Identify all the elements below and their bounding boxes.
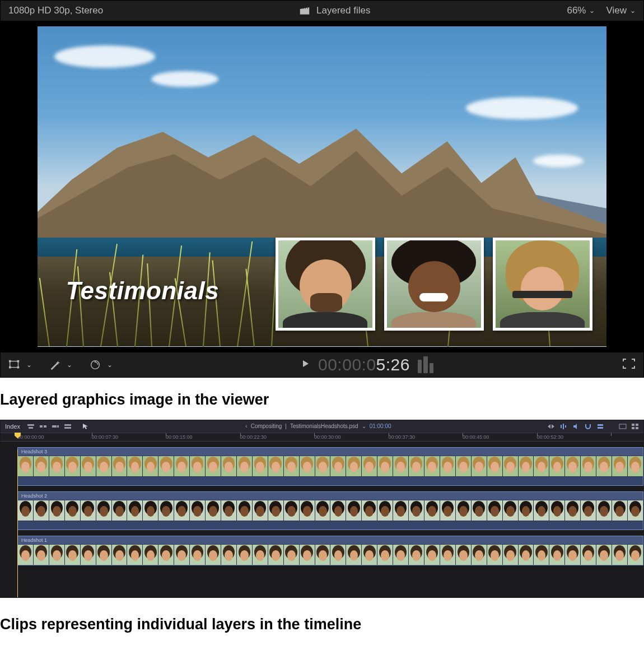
filmstrip-frame [206, 500, 221, 521]
breadcrumb-file: TestimonialsHeadshots.psd [290, 423, 358, 429]
filmstrip-frame [596, 456, 612, 476]
ruler-label: 00:00:07:30 [92, 434, 119, 440]
filmstrip-frame [143, 500, 158, 521]
track-label: Headshot 3 [18, 448, 643, 456]
solo-icon[interactable] [572, 423, 580, 430]
timeline-clip[interactable]: Headshot 2 [17, 491, 643, 530]
timeline-track: Headshot 1 [17, 536, 643, 565]
viewer-canvas-wrap: Testimonials [1, 21, 643, 352]
viewer-top-bar: 1080p HD 30p, Stereo Layered files 66%⌄ … [1, 1, 643, 21]
filmstrip-frame [534, 500, 549, 521]
svg-rect-23 [636, 427, 638, 429]
filmstrip-frame [206, 545, 221, 565]
filmstrip-frame [96, 545, 112, 565]
cloud-decor [151, 71, 218, 87]
svg-rect-6 [27, 424, 34, 426]
timeline-clip[interactable]: Headshot 3 [17, 447, 643, 486]
filmstrip-frame [34, 500, 49, 521]
overwrite-clip-icon[interactable] [64, 423, 72, 430]
playhead-line[interactable] [17, 449, 18, 597]
enhance-tool-dropdown[interactable]: ⌄ [49, 359, 72, 371]
filmstrip-frame [49, 456, 65, 476]
snapping-icon[interactable] [584, 423, 592, 430]
headshots-row [276, 238, 592, 331]
filmstrip-frame [628, 456, 643, 476]
filmstrip-frame [315, 500, 331, 521]
fullscreen-button[interactable] [622, 358, 636, 372]
filmstrip-frame [221, 456, 237, 476]
filmstrip-frame [409, 545, 424, 565]
filmstrip-frame [81, 545, 96, 565]
filmstrip-frame [284, 545, 300, 565]
chevron-down-icon: ⌄ [362, 423, 366, 429]
filmstrip-frame [190, 456, 206, 476]
filmstrip-frame [519, 545, 534, 565]
timeline-breadcrumb[interactable]: ‹ Compositing | TestimonialsHeadshots.ps… [96, 423, 540, 429]
filmstrip-frame [456, 500, 472, 521]
filmstrip-frame [237, 545, 253, 565]
append-clip-icon[interactable] [52, 423, 59, 430]
zoom-dropdown[interactable]: 66%⌄ [567, 5, 595, 16]
svg-rect-0 [10, 361, 18, 367]
filmstrip-frame [300, 500, 315, 521]
svg-rect-19 [619, 424, 626, 429]
ruler-label: 00:00:00:00 [17, 434, 44, 440]
filmstrip-frame [393, 456, 409, 476]
filmstrip-frame [127, 545, 143, 565]
select-tool-dropdown[interactable] [82, 423, 90, 430]
filmstrip-frame [96, 456, 112, 476]
view-dropdown[interactable]: View⌄ [606, 5, 636, 16]
chevron-down-icon: ⌄ [589, 7, 595, 15]
filmstrip-frame [424, 456, 440, 476]
breadcrumb-project: Compositing [251, 423, 282, 429]
insert-clip-icon[interactable] [39, 423, 47, 430]
viewer-panel: 1080p HD 30p, Stereo Layered files 66%⌄ … [0, 0, 644, 378]
timeline-index-button[interactable]: Index [5, 423, 20, 430]
headshot-1 [276, 238, 375, 331]
filmstrip-frame [65, 545, 81, 565]
timecode-prefix: 00:00:0 [318, 355, 376, 374]
filmstrip-frame [424, 545, 440, 565]
filmstrip-frame [143, 456, 158, 476]
audio-skimming-icon[interactable] [559, 423, 567, 430]
filmstrip-frame [628, 545, 643, 565]
filmstrip-frame [362, 500, 377, 521]
timecode-display[interactable]: 00:00:05:26 [318, 355, 410, 374]
timeline-caption: Clips representing individual layers in … [0, 616, 644, 633]
effects-browser-icon[interactable] [631, 423, 639, 430]
audio-meter[interactable] [418, 356, 433, 373]
filmstrip-frame [221, 545, 237, 565]
viewer-bottom-toolbar: ⌄ ⌄ ⌄ 00:00:05:26 [1, 352, 643, 377]
transform-tool-dropdown[interactable]: ⌄ [8, 359, 32, 371]
svg-rect-20 [632, 424, 634, 426]
lane-icon[interactable] [596, 423, 604, 430]
viewer-canvas[interactable]: Testimonials [38, 26, 606, 347]
filmstrip-frame [127, 500, 143, 521]
timeline-clip[interactable]: Headshot 1 [17, 536, 643, 565]
filmstrip-frame [112, 456, 128, 476]
svg-rect-18 [598, 427, 603, 429]
filmstrip-frame [190, 545, 206, 565]
filmstrip-frame [300, 456, 315, 476]
filmstrip-frame [268, 500, 284, 521]
filmstrip-frame [362, 545, 377, 565]
clip-appearance-icon[interactable] [619, 423, 627, 430]
overlay-title: Testimonials [66, 277, 219, 305]
filmstrip-frame [81, 500, 96, 521]
timeline-body[interactable]: Headshot 3Headshot 2Headshot 1 [1, 442, 643, 597]
filmstrip-frame [549, 545, 565, 565]
svg-rect-16 [565, 425, 566, 428]
filmstrip-frame [440, 500, 456, 521]
filmstrip-frame [424, 500, 440, 521]
filmstrip-frame [112, 500, 128, 521]
filmstrip-frame [330, 456, 346, 476]
retime-tool-dropdown[interactable]: ⌄ [89, 359, 113, 371]
filmstrip-frame [346, 545, 362, 565]
clip-filmstrip [18, 456, 643, 476]
play-button[interactable] [301, 359, 310, 370]
timeline-ruler[interactable]: 00:00:00:0000:00:07:3000:00:15:0000:00:2… [1, 433, 643, 442]
skimming-icon[interactable] [547, 423, 555, 430]
filmstrip-frame [315, 456, 331, 476]
connect-clip-icon[interactable] [27, 423, 35, 430]
filmstrip-frame [565, 545, 581, 565]
